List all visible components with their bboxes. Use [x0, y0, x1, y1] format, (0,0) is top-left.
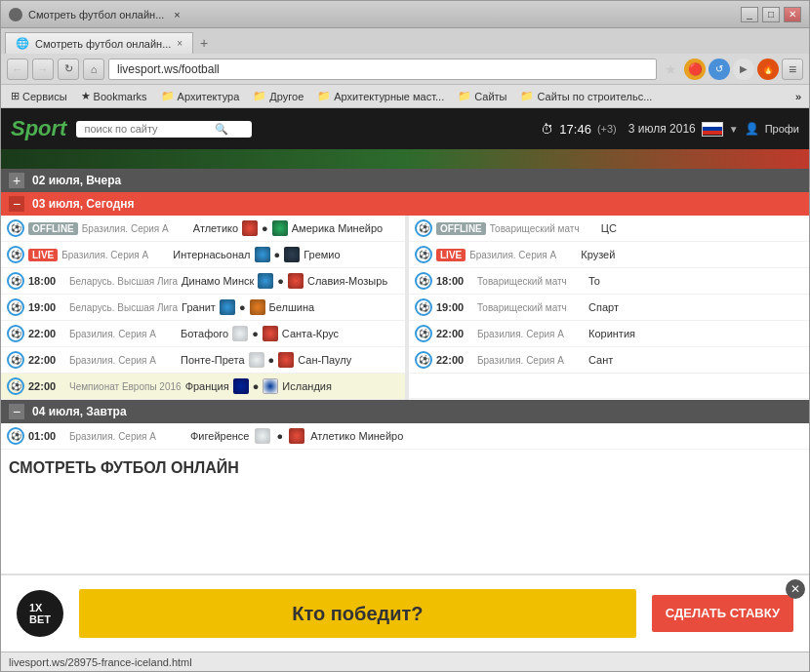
tab-close-icon[interactable]: ×	[177, 38, 182, 49]
bookmark-sites[interactable]: 📁 Сайты	[452, 88, 512, 104]
match-teams: ЦС	[601, 222, 803, 234]
close-button[interactable]: ✕	[784, 7, 801, 22]
match-league: Товарищеский матч	[477, 302, 585, 313]
match-row[interactable]: 22:00 Бразилия. Серия А Понте-Прета ● Са…	[1, 347, 405, 374]
match-time: 19:00	[436, 301, 473, 313]
match-row[interactable]: 18:00 Товарищеский матч То	[409, 268, 809, 295]
team1-badge	[258, 273, 273, 289]
bookmark-arch[interactable]: 📁 Архитектура	[155, 88, 246, 104]
forward-button[interactable]: →	[32, 59, 54, 80]
nav-icons: 🔴 ↺ ▶ 🔥 ≡	[684, 59, 803, 80]
match-league: Товарищеский матч	[490, 223, 597, 234]
site-logo[interactable]: Sport	[11, 116, 66, 141]
menu-button[interactable]: ≡	[782, 59, 803, 80]
nav-bar: ← → ↻ ⌂ livesport.ws/football ★ 🔴 ↺ ▶ 🔥 …	[1, 54, 809, 85]
bookmark-other[interactable]: 📁 Другое	[247, 88, 309, 104]
match-row[interactable]: LIVE Бразилия. Серия А Интернасьонал ● Г…	[1, 242, 405, 268]
team2-badge	[284, 247, 300, 262]
match-row-featured[interactable]: 22:00 Чемпионат Европы 2016 Франция ● Ис…	[1, 374, 405, 400]
vs-icon: ●	[262, 222, 268, 234]
team1-name: Интернасьонал	[173, 249, 250, 260]
bookmarks-bar: ⊞ Сервисы ★ Bookmarks 📁 Архитектура 📁 Др…	[1, 85, 809, 108]
tab-close-btn[interactable]: ×	[174, 9, 180, 20]
match-football-icon	[7, 246, 24, 263]
team2-name: Санта-Крус	[282, 328, 339, 339]
nav-icon-4[interactable]: 🔥	[757, 59, 779, 80]
match-football-icon	[7, 298, 24, 316]
ad-logo: 1XBET	[17, 590, 63, 637]
match-time: 22:00	[436, 354, 473, 366]
bookmarks-more[interactable]: »	[791, 89, 805, 104]
team2-badge	[272, 220, 288, 236]
date-header-today: − 03 июля, Сегодня	[1, 192, 809, 216]
home-button[interactable]: ⌂	[83, 59, 104, 80]
team2-badge	[278, 352, 294, 368]
team2-badge	[263, 326, 278, 341]
status-url: livesport.ws/28975-france-iceland.html	[9, 656, 192, 668]
match-teams: Спарт	[588, 301, 803, 313]
team1-name: Крузей	[581, 249, 615, 260]
match-row[interactable]: OFFLINE Товарищеский матч ЦС	[409, 216, 809, 242]
active-tab[interactable]: 🌐 Смотреть футбол онлайн... ×	[5, 32, 193, 54]
match-league: Бразилия. Серия А	[82, 223, 189, 234]
team1-badge	[255, 428, 270, 444]
match-football-icon	[415, 325, 432, 342]
address-bar[interactable]: livesport.ws/football	[108, 59, 657, 80]
team2-name: Америка Минейро	[292, 222, 383, 234]
ad-bet-button[interactable]: СДЕЛАТЬ СТАВКУ	[652, 595, 793, 632]
site-search[interactable]: 🔍	[76, 121, 252, 138]
team1-name: Атлетико	[193, 222, 238, 234]
search-input[interactable]	[84, 123, 211, 135]
team1-badge	[249, 352, 264, 368]
match-row[interactable]: 22:00 Бразилия. Серия А Сант	[409, 347, 809, 374]
match-league: Товарищеский матч	[477, 276, 585, 287]
match-row[interactable]: LIVE Бразилия. Серия А Крузей	[409, 242, 809, 268]
match-league: Бразилия. Серия А	[477, 329, 585, 339]
match-row[interactable]: OFFLINE Бразилия. Серия А Атлетико ● Аме…	[1, 216, 405, 242]
match-row[interactable]: 18:00 Беларусь. Высшая Лига Динамо Минск…	[1, 268, 405, 295]
reload-button[interactable]: ↻	[58, 59, 79, 80]
match-row[interactable]: 19:00 Беларусь. Высшая Лига Гранит ● Бел…	[1, 295, 405, 321]
match-league: Бразилия. Серия А	[469, 250, 577, 260]
bookmark-arch-master[interactable]: 📁 Архитектурные маст...	[311, 88, 450, 104]
match-row[interactable]: 22:00 Бразилия. Серия А Коринтия	[409, 321, 809, 347]
toggle-tomorrow[interactable]: −	[9, 404, 24, 419]
match-row[interactable]: 19:00 Товарищеский матч Спарт	[409, 295, 809, 321]
bookmark-bookmarks[interactable]: ★ Bookmarks	[75, 88, 153, 104]
tomorrow-match-row[interactable]: 01:00 Бразилия. Серия А Фигейренсе ● Атл…	[1, 423, 809, 450]
vs-icon: ●	[239, 301, 246, 313]
back-button[interactable]: ←	[7, 59, 28, 80]
folder-icon: 📁	[253, 90, 266, 102]
toggle-yesterday[interactable]: +	[9, 173, 24, 188]
nav-icon-3[interactable]: ▶	[733, 59, 754, 80]
profile-link[interactable]: Профи	[765, 123, 799, 135]
nav-icon-2[interactable]: ↺	[709, 59, 730, 80]
team1-badge	[255, 247, 270, 262]
bookmark-star[interactable]: ★	[661, 59, 680, 79]
toggle-today[interactable]: −	[9, 196, 24, 212]
status-badge-live: LIVE	[436, 249, 466, 261]
ad-question-button[interactable]: Кто победит?	[79, 589, 636, 638]
team1-badge	[220, 299, 235, 315]
new-tab-button[interactable]: +	[193, 32, 215, 54]
team1-name: То	[588, 275, 600, 287]
maximize-button[interactable]: □	[762, 7, 780, 22]
match-time: 22:00	[28, 380, 65, 392]
ad-close-button[interactable]: ✕	[786, 579, 805, 599]
match-league: Бразилия. Серия А	[61, 250, 169, 260]
team2-name: Атлетико Минейро	[310, 430, 403, 442]
status-badge-live: LIVE	[28, 249, 58, 261]
match-football-icon	[415, 246, 432, 263]
russia-flag[interactable]	[702, 122, 723, 137]
bookmark-construction[interactable]: 📁 Сайты по строительс...	[514, 88, 658, 104]
team1-name: Сант	[588, 354, 613, 366]
bookmark-services[interactable]: ⊞ Сервисы	[5, 88, 73, 104]
today-matches-grid: OFFLINE Бразилия. Серия А Атлетико ● Аме…	[1, 216, 809, 400]
nav-icon-1[interactable]: 🔴	[684, 59, 706, 80]
match-row[interactable]: 22:00 Бразилия. Серия А Ботафого ● Санта…	[1, 321, 405, 347]
match-teams: Атлетико ● Америка Минейро	[193, 220, 399, 236]
team2-name: Белшина	[269, 301, 315, 313]
bookmark-label: Сайты по строительс...	[537, 91, 652, 102]
minimize-button[interactable]: _	[741, 7, 758, 22]
watch-section-header: СМОТРЕТЬ ФУТБОЛ ОНЛАЙН	[1, 450, 809, 481]
